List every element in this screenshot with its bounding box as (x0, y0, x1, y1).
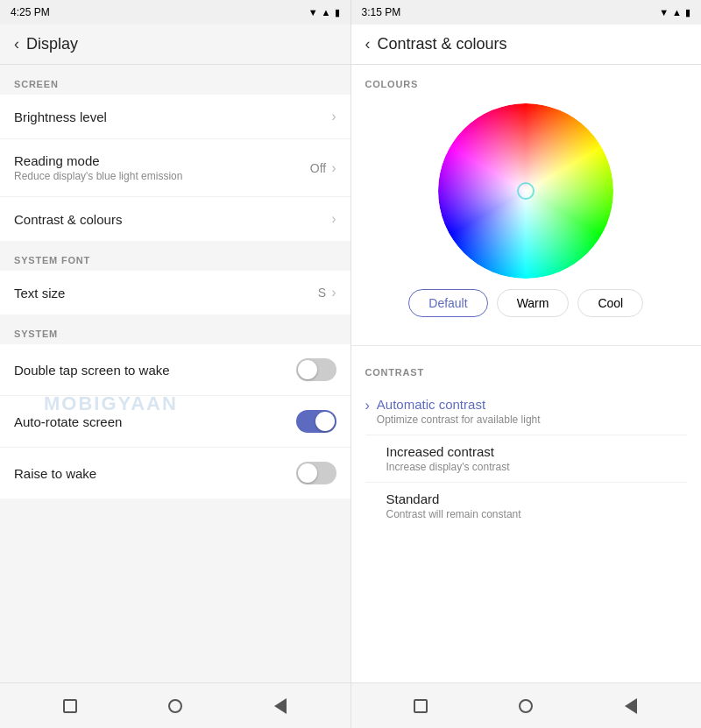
increased-contrast-title: Increased contrast (386, 444, 688, 459)
double-tap-title: Double tap screen to wake (14, 363, 296, 378)
brightness-right: › (331, 109, 336, 124)
automatic-contrast-item[interactable]: › Automatic contrast Optimize contrast f… (365, 388, 688, 435)
temp-buttons: Default Warm Cool (408, 289, 643, 317)
screen-section-label: SCREEN (0, 65, 350, 95)
text-size-item[interactable]: Text size S › (0, 271, 350, 315)
raise-to-wake-title: Raise to wake (14, 466, 296, 481)
circle-icon (168, 699, 182, 713)
auto-rotate-toggle[interactable] (296, 410, 336, 433)
right-status-icons: ▼ ▲ ▮ (659, 7, 690, 18)
auto-contrast-subtitle: Optimize contrast for available light (377, 413, 541, 426)
right-circle-icon (519, 699, 533, 713)
wifi-icon: ▼ (308, 7, 318, 18)
right-square-nav[interactable] (410, 696, 431, 717)
reading-mode-chevron: › (331, 160, 336, 176)
reading-mode-subtitle: Reduce display's blue light emission (14, 170, 310, 182)
temp-warm-btn[interactable]: Warm (497, 289, 570, 317)
right-status-bar: 3:15 PM ▼ ▲ ▮ (351, 0, 702, 25)
auto-contrast-arrow-icon: › (365, 398, 370, 413)
square-icon (63, 699, 77, 713)
text-size-right: S › (318, 285, 336, 300)
left-status-bar: 4:25 PM ▼ ▲ ▮ (0, 0, 351, 25)
right-time: 3:15 PM (362, 6, 401, 18)
contrast-colours-title: Contrast & colours (14, 212, 331, 227)
left-panel-title: Display (26, 35, 78, 53)
text-size-title: Text size (14, 286, 318, 300)
temp-cool-btn[interactable]: Cool (577, 289, 643, 317)
right-back-arrow[interactable]: ‹ (365, 35, 371, 53)
contrast-section: CONTRAST › Automatic contrast Optimize c… (351, 353, 702, 536)
colours-section: COLOURS (351, 65, 702, 338)
temp-default-btn[interactable]: Default (408, 289, 487, 317)
reading-mode-value: Off (310, 161, 326, 175)
left-back-arrow[interactable]: ‹ (14, 35, 19, 53)
brightness-level-item[interactable]: Brightness level › (0, 95, 350, 139)
system-group: Double tap screen to wake Auto-rotate sc… (0, 344, 350, 498)
raise-to-wake-toggle[interactable] (296, 462, 336, 484)
standard-contrast-title: Standard (386, 491, 688, 506)
contrast-chevron: › (331, 211, 336, 227)
colours-label: COLOURS (365, 79, 688, 89)
signal-icon: ▲ (322, 7, 331, 18)
svg-point-1 (438, 103, 613, 279)
double-tap-thumb (298, 360, 317, 379)
text-size-chevron: › (331, 285, 336, 300)
double-tap-toggle[interactable] (296, 358, 336, 381)
left-status-icons: ▼ ▲ ▮ (308, 7, 340, 18)
increased-contrast-subtitle: Increase display's contrast (386, 461, 688, 473)
color-wheel-svg (438, 103, 613, 279)
system-font-group: Text size S › (0, 271, 350, 315)
colours-contrast-divider (351, 345, 702, 346)
raise-to-wake-item[interactable]: Raise to wake (0, 448, 350, 498)
color-wheel-container: Default Warm Cool (365, 103, 688, 317)
contrast-colours-right: › (331, 211, 336, 227)
right-battery-icon: ▮ (685, 7, 690, 18)
bottom-navs (0, 682, 701, 728)
status-bars: 4:25 PM ▼ ▲ ▮ 3:15 PM ▼ ▲ ▮ (0, 0, 701, 25)
auto-rotate-thumb (315, 412, 335, 431)
auto-rotate-item[interactable]: Auto-rotate screen (0, 396, 350, 448)
right-wifi-icon: ▼ (659, 7, 669, 18)
brightness-chevron: › (331, 109, 336, 124)
text-size-value: S (318, 286, 326, 300)
right-content: COLOURS (351, 65, 702, 682)
left-panel: ‹ Display SCREEN Brightness level › (0, 25, 351, 682)
standard-contrast-subtitle: Contrast will remain constant (386, 508, 688, 520)
color-wheel[interactable] (438, 103, 613, 279)
reading-mode-item[interactable]: Reading mode Reduce display's blue light… (0, 139, 350, 197)
system-font-section-label: SYSTEM FONT (0, 241, 350, 271)
double-tap-item[interactable]: Double tap screen to wake (0, 344, 350, 396)
right-panel: ‹ Contrast & colours COLOURS (351, 25, 702, 682)
right-bottom-nav (351, 683, 702, 728)
standard-contrast-item[interactable]: Standard Contrast will remain constant (365, 483, 688, 529)
left-triangle-nav[interactable] (270, 696, 291, 717)
left-panel-content: SCREEN Brightness level › Reading mode R… (0, 65, 350, 682)
left-time: 4:25 PM (11, 6, 50, 18)
left-circle-nav[interactable] (165, 696, 186, 717)
left-bottom-nav (0, 683, 351, 728)
right-square-icon (414, 699, 428, 713)
raise-to-wake-thumb (298, 463, 317, 483)
contrast-label: CONTRAST (365, 367, 688, 378)
triangle-icon (274, 698, 287, 714)
reading-mode-title: Reading mode (14, 153, 310, 168)
screen-settings-group: Brightness level › Reading mode Reduce d… (0, 95, 350, 241)
reading-mode-right: Off › (310, 160, 336, 176)
system-section-label: SYSTEM (0, 315, 350, 344)
battery-icon: ▮ (335, 7, 340, 18)
right-signal-icon: ▲ (672, 7, 682, 18)
right-triangle-nav[interactable] (620, 696, 641, 717)
increased-contrast-item[interactable]: Increased contrast Increase display's co… (365, 435, 688, 483)
auto-contrast-title: Automatic contrast (377, 397, 541, 412)
right-panel-title: Contrast & colours (378, 35, 507, 53)
main-panels: ‹ Display SCREEN Brightness level › (0, 25, 701, 682)
contrast-colours-item[interactable]: Contrast & colours › (0, 197, 350, 241)
left-panel-header: ‹ Display (0, 25, 350, 65)
auto-rotate-title: Auto-rotate screen (14, 414, 296, 429)
right-panel-header: ‹ Contrast & colours (351, 25, 702, 65)
right-triangle-icon (625, 698, 637, 714)
brightness-title: Brightness level (14, 110, 331, 124)
right-circle-nav[interactable] (515, 696, 536, 717)
left-square-nav[interactable] (60, 696, 81, 717)
